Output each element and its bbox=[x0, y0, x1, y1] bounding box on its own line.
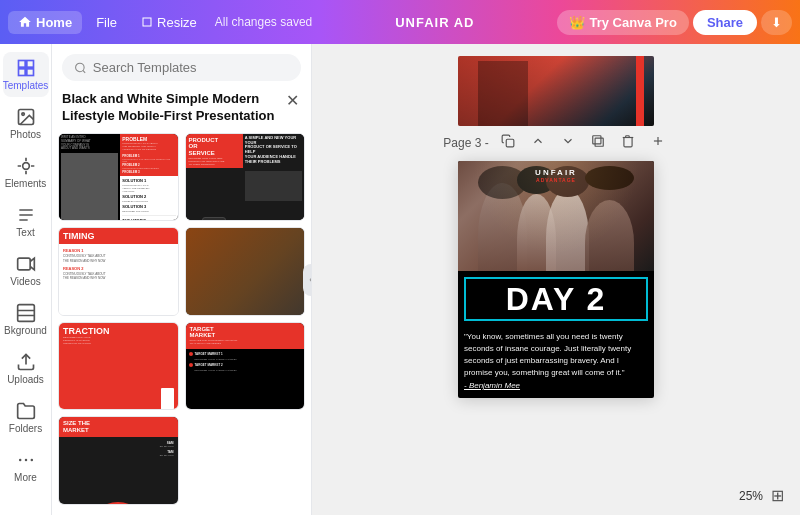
crown-icon: 👑 bbox=[569, 15, 585, 30]
file-button[interactable]: File bbox=[86, 11, 127, 34]
trash-icon bbox=[621, 134, 635, 148]
svg-rect-7 bbox=[17, 258, 30, 270]
templates-panel: Black and White Simple Modern Lifestyle … bbox=[52, 44, 312, 515]
search-input[interactable] bbox=[93, 60, 289, 75]
svg-rect-8 bbox=[17, 305, 34, 322]
close-panel-button[interactable]: ✕ bbox=[284, 91, 301, 110]
sidebar-item-bkground[interactable]: Bkground bbox=[3, 297, 49, 342]
copy-icon bbox=[501, 134, 515, 148]
slide-quote: "You know, sometimes all you need is twe… bbox=[458, 327, 654, 381]
slide-day2-box: DAY 2 bbox=[464, 277, 648, 321]
slide-author: - Benjamin Mee bbox=[458, 381, 654, 398]
home-label: Home bbox=[36, 15, 72, 30]
svg-point-10 bbox=[18, 459, 21, 462]
resize-button[interactable]: Resize bbox=[131, 11, 207, 34]
home-button[interactable]: Home bbox=[8, 11, 82, 34]
sidebar-item-uploads[interactable]: Uploads bbox=[3, 346, 49, 391]
sidebar-item-templates[interactable]: Templates bbox=[3, 52, 49, 97]
svg-rect-15 bbox=[592, 136, 600, 144]
template-card-birth-standalone[interactable]: BIRTH OF PRODUCTOR SERVICE STEP 1 - DESC… bbox=[185, 227, 306, 316]
svg-point-12 bbox=[30, 459, 33, 462]
svg-point-13 bbox=[76, 63, 85, 72]
canvas-slide[interactable]: UNFAIR ADVANTAGE DAY 2 "You know, someti… bbox=[458, 161, 654, 398]
page-next-button[interactable] bbox=[557, 132, 579, 153]
page-prev-button[interactable] bbox=[527, 132, 549, 153]
svg-rect-1 bbox=[26, 61, 33, 68]
page-copy-button[interactable] bbox=[497, 132, 519, 153]
grid-view-button[interactable]: ⊞ bbox=[771, 486, 784, 505]
text-label: Text bbox=[16, 227, 34, 238]
sidebar-item-videos[interactable]: Videos bbox=[3, 248, 49, 293]
photos-label: Photos bbox=[10, 129, 41, 140]
search-input-wrap[interactable] bbox=[62, 54, 301, 81]
template-card-product-service[interactable]: PRODUCTORSERVICE DESCRIBE HOW YOUR NEWPR… bbox=[185, 133, 306, 222]
svg-point-5 bbox=[21, 113, 23, 116]
prev-slide-preview[interactable] bbox=[458, 56, 654, 126]
autosave-status: All changes saved bbox=[215, 15, 312, 29]
sidebar-item-more[interactable]: More bbox=[3, 444, 49, 489]
page-delete-button[interactable] bbox=[617, 132, 639, 153]
search-icon bbox=[74, 61, 87, 75]
sidebar-item-elements[interactable]: Elements bbox=[3, 150, 49, 195]
svg-rect-0 bbox=[18, 61, 25, 68]
page-label: Page 3 - bbox=[443, 136, 488, 150]
sidebar-item-text[interactable]: Text bbox=[3, 199, 49, 244]
template-card-your-company[interactable]: WRITE AN INTROSUMMARY OF WHATYOUR COMPAN… bbox=[58, 133, 179, 222]
share-button[interactable]: Share bbox=[693, 10, 757, 35]
zoom-level: 25% bbox=[739, 489, 763, 503]
template-card-timing[interactable]: TIMING REASON 1 CONTINUOUSLY TALK ABOUTT… bbox=[58, 227, 179, 316]
svg-point-6 bbox=[22, 163, 29, 170]
template-card-target-market[interactable]: TARGETMARKET WHO ARE THE CUSTOMERS YOU W… bbox=[185, 322, 306, 411]
elements-label: Elements bbox=[5, 178, 47, 189]
canvas-area: Page 3 - bbox=[312, 44, 800, 515]
plus-icon bbox=[651, 134, 665, 148]
zoom-bar: 25% ⊞ bbox=[739, 486, 784, 505]
svg-rect-14 bbox=[506, 139, 514, 147]
templates-grid: WRITE AN INTROSUMMARY OF WHATYOUR COMPAN… bbox=[52, 133, 311, 515]
try-pro-button[interactable]: 👑 Try Canva Pro bbox=[557, 10, 688, 35]
icon-sidebar: Templates Photos Elements Text Videos Bk… bbox=[0, 44, 52, 515]
resize-label: Resize bbox=[157, 15, 197, 30]
chevron-up-icon bbox=[531, 134, 545, 148]
templates-label: Templates bbox=[3, 80, 49, 91]
duplicate-icon bbox=[591, 134, 605, 148]
svg-rect-16 bbox=[595, 138, 603, 146]
main-layout: Templates Photos Elements Text Videos Bk… bbox=[0, 44, 800, 515]
page-controls: Page 3 - bbox=[443, 132, 668, 153]
template-card-traction[interactable]: TRACTION DESCRIBE HOW YOURPRODUCT IS GAI… bbox=[58, 322, 179, 411]
share-label: Share bbox=[707, 15, 743, 30]
more-label: More bbox=[14, 472, 37, 483]
svg-rect-2 bbox=[18, 69, 25, 76]
page-duplicate-button[interactable] bbox=[587, 132, 609, 153]
try-pro-label: Try Canva Pro bbox=[589, 15, 676, 30]
download-icon: ⬇ bbox=[771, 15, 782, 30]
uploads-label: Uploads bbox=[7, 374, 44, 385]
project-name: UNFAIR AD bbox=[395, 15, 474, 30]
file-label: File bbox=[96, 15, 117, 30]
svg-point-11 bbox=[24, 459, 27, 462]
slide-brand: UNFAIR ADVANTAGE bbox=[535, 169, 577, 183]
slide-photo: UNFAIR ADVANTAGE bbox=[458, 161, 654, 271]
folders-label: Folders bbox=[9, 423, 42, 434]
slide-day2-text: DAY 2 bbox=[472, 283, 640, 315]
videos-label: Videos bbox=[10, 276, 40, 287]
sidebar-item-photos[interactable]: Photos bbox=[3, 101, 49, 146]
topnav: Home File Resize All changes saved UNFAI… bbox=[0, 0, 800, 44]
template-card-size-market[interactable]: SIZE THEMARKET 1BBILLION bbox=[58, 416, 179, 505]
search-bar bbox=[52, 44, 311, 87]
page-add-button[interactable] bbox=[647, 132, 669, 153]
download-button[interactable]: ⬇ bbox=[761, 10, 792, 35]
chevron-down-icon bbox=[561, 134, 575, 148]
template-title: Black and White Simple Modern Lifestyle … bbox=[62, 91, 284, 125]
sidebar-item-folders[interactable]: Folders bbox=[3, 395, 49, 440]
template-title-row: Black and White Simple Modern Lifestyle … bbox=[52, 87, 311, 133]
collapse-panel-button[interactable]: ‹ bbox=[303, 264, 312, 296]
svg-rect-3 bbox=[26, 69, 33, 76]
bkground-label: Bkground bbox=[4, 325, 47, 336]
